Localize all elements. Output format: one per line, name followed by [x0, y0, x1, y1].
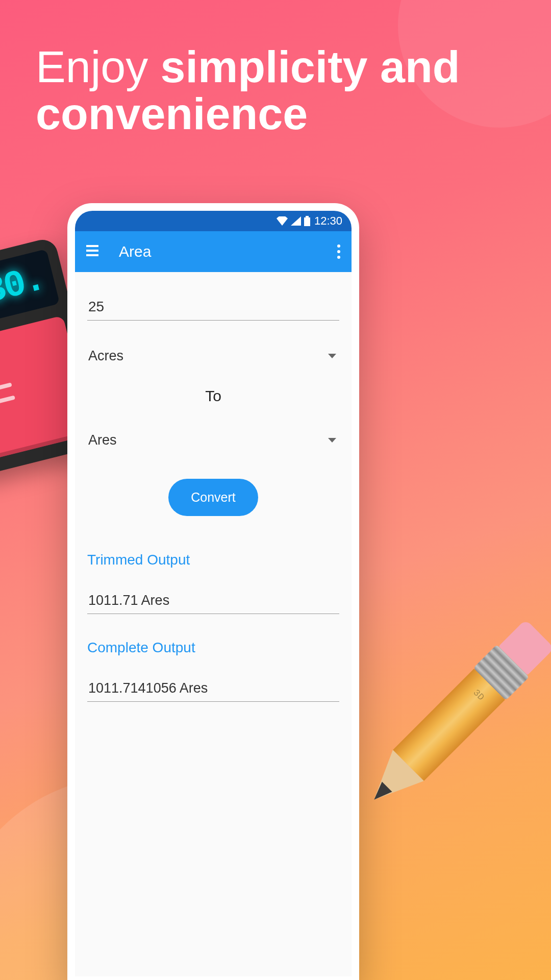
- from-unit-label: Acres: [88, 348, 123, 364]
- to-unit-label: Ares: [88, 432, 117, 448]
- from-unit-dropdown[interactable]: Acres: [87, 341, 339, 371]
- trimmed-output-label: Trimmed Output: [87, 552, 339, 568]
- wifi-icon: [277, 216, 288, 226]
- complete-output-value: 1011.7141056 Ares: [87, 675, 339, 702]
- svg-rect-2: [86, 245, 98, 247]
- status-icons: [277, 216, 310, 226]
- phone-frame: 12:30 Area Acres To Ares: [67, 203, 359, 980]
- headline-light: Enjoy: [36, 41, 161, 92]
- hamburger-menu-icon[interactable]: [86, 243, 98, 260]
- svg-rect-0: [304, 217, 310, 226]
- complete-output-label: Complete Output: [87, 640, 339, 656]
- chevron-down-icon: [328, 438, 336, 443]
- more-vert-icon[interactable]: [337, 244, 340, 259]
- svg-rect-4: [86, 254, 98, 256]
- to-label: To: [87, 387, 339, 405]
- convert-button[interactable]: Convert: [168, 479, 258, 516]
- value-input[interactable]: [87, 293, 339, 321]
- status-bar: 12:30: [75, 211, 352, 231]
- status-time: 12:30: [314, 214, 342, 228]
- chevron-down-icon: [328, 354, 336, 358]
- signal-icon: [291, 216, 301, 226]
- svg-rect-1: [306, 216, 309, 217]
- app-bar: Area: [75, 231, 352, 272]
- content-area: Acres To Ares Convert Trimmed Output 101…: [75, 272, 352, 976]
- marketing-headline: Enjoy simplicity and convenience: [36, 43, 515, 138]
- svg-rect-3: [86, 250, 98, 252]
- trimmed-output-value: 1011.71 Ares: [87, 587, 339, 614]
- app-bar-title: Area: [119, 243, 337, 260]
- phone-screen: 12:30 Area Acres To Ares: [75, 211, 352, 976]
- to-unit-dropdown[interactable]: Ares: [87, 425, 339, 455]
- battery-icon: [304, 216, 310, 226]
